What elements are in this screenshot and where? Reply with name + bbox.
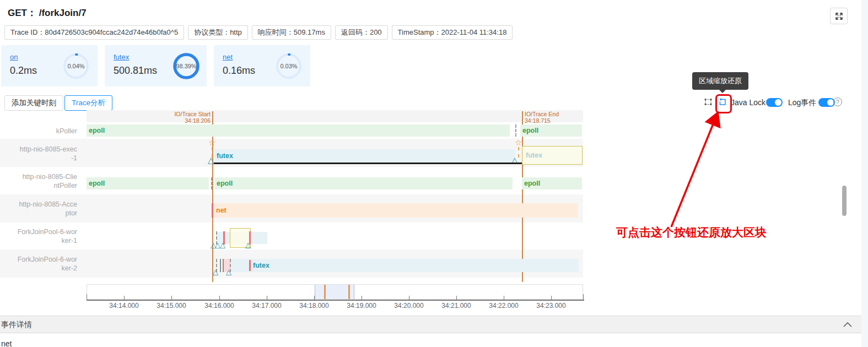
stat-value: 500.81ms [114,65,157,77]
event-tick [212,203,213,218]
zoom-restore-tooltip: 区域缩放还原 [692,72,748,90]
triangle-marker[interactable]: △ [245,241,251,248]
stat-link-on[interactable]: on [10,53,18,61]
stat-percent: 0.03% [275,52,303,80]
axis-tick [456,296,457,300]
thread-label-clientpoller: http-nio-8085-Clie ntPoller [0,173,77,190]
minimap-trace-end [348,285,350,299]
span-bar-epoll[interactable]: epoll [87,124,510,137]
span-bar-net[interactable]: net [214,203,578,218]
triangle-marker[interactable]: △ [213,268,218,275]
axis-baseline [87,300,584,301]
axis-tick-label: 34:16.000 [196,302,243,310]
fullscreen-button[interactable] [830,8,848,24]
chevron-up-icon[interactable] [843,322,852,327]
span-bar-futex[interactable] [231,259,579,272]
axis-tick [551,296,552,300]
axis-tick-label: 34:23.000 [527,302,575,310]
span-bar-epoll[interactable]: epoll [87,177,209,189]
response-time-badge: 响应时间：509.17ms [252,25,331,40]
event-line [220,259,221,272]
trace-detail-page: GET： /forkJoin/7 Trace ID：80d4726503c904… [0,0,868,347]
stat-card-net: net 0.16ms 0.03% [214,45,310,86]
axis-tick-label: 34:19.000 [338,302,385,310]
axis-tick-label: 34:14.000 [100,302,148,310]
help-icon[interactable]: ? [833,97,842,106]
stat-value: 0.16ms [223,65,255,77]
add-key-moment-button[interactable]: 添加关键时刻 [4,95,63,111]
axis-tick-label: 34:15.000 [148,302,195,310]
axis-tick [219,296,220,300]
stat-card-futex: futex 500.81ms 98.39% [105,45,207,86]
trace-end-line [522,111,523,282]
marquee-icon [704,97,713,106]
trace-analysis-button[interactable]: Trace分析 [64,95,112,111]
area-zoom-button[interactable] [704,97,713,106]
trace-start-line [212,111,213,282]
axis-tick [409,296,409,300]
axis-tick-label: 34:21.000 [433,302,480,310]
stat-percent: 98.39% [172,52,200,80]
axis-tick [87,294,87,300]
badge-row: Trace ID：80d4726503c904fccac242d74e46b0f… [4,25,516,40]
axis-tick-label: 34:22.000 [480,302,527,310]
axis-tick [171,296,172,300]
axis-tick [124,296,125,300]
span-bar-epoll[interactable]: epoll [214,177,513,189]
triangle-marker[interactable]: △ [208,156,214,164]
thread-label-kpoller: kPoller [0,127,77,136]
annotation-arrow [653,108,733,232]
log-event-toggle[interactable] [818,98,835,107]
log-event-label: Log事件 [788,98,816,108]
trace-id-badge: Trace ID：80d4726503c904fccac242d74e46b0f… [4,25,184,40]
expand-icon [835,12,843,20]
progress-ring: 0.03% [275,52,303,80]
trace-end-label: IO/Trace End34:18.715 [525,111,559,124]
right-panel-strip [861,0,868,347]
event-tick [249,260,251,271]
span-bar-futex[interactable]: futex [214,149,515,162]
progress-ring: 0.04% [62,52,90,80]
trace-start-label: IO/Trace Start34:18.206 [139,111,211,124]
axis-tick [583,294,584,300]
zoom-highlight-box[interactable]: futex [522,146,583,165]
java-lock-toggle[interactable] [766,98,783,107]
event-detail-overflow-text: net [1,339,12,347]
event-detail-title: 事件详情 [1,316,32,333]
span-bar-epoll[interactable]: epoll [522,177,582,189]
axis-tick [362,296,362,300]
java-lock-label: Java Lock [731,98,765,107]
return-code-badge: 返回码：200 [335,25,388,40]
thread-label-acceptor: http-nio-8085-Acce ptor [0,200,77,218]
span-bar-label: futex [253,262,269,269]
star-marker[interactable]: ☆ [208,139,215,147]
dashed-marker [211,177,212,189]
stat-percent: 0.04% [62,52,90,80]
event-detail-bar: 事件详情 [0,316,861,333]
timestamp-badge: TimeStamp：2022-11-04 11:34:18 [392,25,513,40]
axis-tick-label: 34:20.000 [385,302,433,310]
star-marker[interactable]: ☆ [515,139,522,147]
dashed-marker [515,124,516,137]
triangle-marker[interactable]: △ [226,268,231,275]
span-bar-epoll[interactable]: epoll [520,124,582,137]
thread-label-exec1: http-nio-8085-exec -1 [0,145,77,162]
axis-tick-label: 34:18.000 [290,302,338,310]
page-title: GET： /forkJoin/7 [8,7,87,19]
critical-path-line [214,162,522,164]
minimap-trace-start [324,285,326,299]
annotation-text: 可点击这个按钮还原放大区块 [616,225,767,240]
thread-label-worker2: ForkJoinPool-6-wor ker-2 [0,256,77,273]
scrollbar-thumb[interactable] [842,186,847,216]
axis-tick [314,296,315,300]
stat-link-net[interactable]: net [223,53,233,61]
stat-card-on: on 0.2ms 0.04% [1,45,98,86]
thread-label-worker1: ForkJoinPool-6-wor ker-1 [0,228,77,245]
dashed-orange-marker [518,147,519,158]
triangle-marker[interactable]: △ [220,241,225,248]
toggle-knob [775,99,781,106]
stat-link-futex[interactable]: futex [114,53,129,61]
progress-ring: 98.39% [172,52,200,80]
axis-tick [504,296,504,300]
stat-value: 0.2ms [10,65,37,77]
